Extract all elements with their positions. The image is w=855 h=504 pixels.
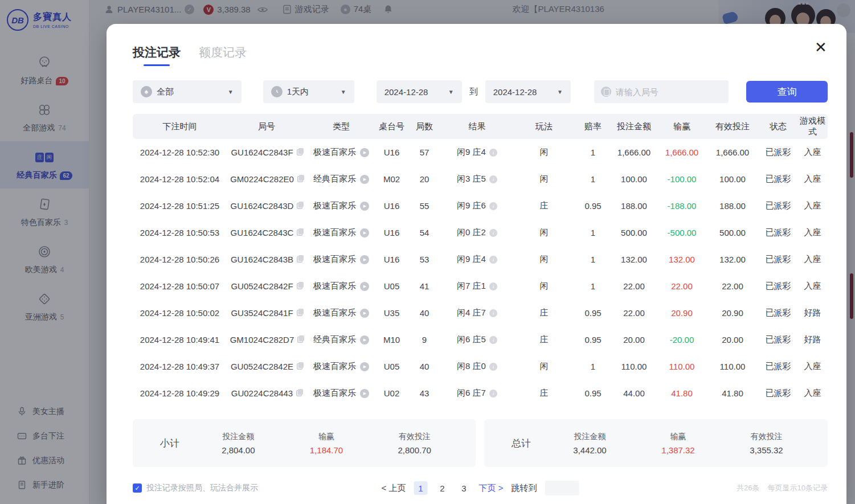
cell-rounds: 9	[407, 335, 441, 345]
result-text: 闲6 庄5	[457, 334, 486, 345]
cell-status: 已派彩	[759, 147, 797, 158]
play-icon[interactable]: ▶	[360, 335, 369, 345]
cell-status: 已派彩	[759, 200, 797, 211]
cell-bet-time: 2024-12-28 10:49:29	[133, 388, 227, 398]
play-icon[interactable]: ▶	[360, 309, 369, 318]
col-play: 玩法	[513, 121, 575, 132]
cell-odds: 1	[575, 362, 611, 371]
cell-play: 闲	[513, 147, 575, 158]
copy-icon[interactable]	[296, 390, 302, 396]
cell-type: 经典百家乐▶	[306, 334, 376, 345]
copy-icon[interactable]	[297, 176, 303, 182]
cell-status: 已派彩	[759, 254, 797, 265]
result-text: 闲9 庄4	[457, 147, 486, 158]
cell-status: 已派彩	[759, 334, 797, 345]
cell-mode: 入座	[797, 147, 828, 158]
next-page-button[interactable]: 下页 >	[479, 483, 504, 494]
date-to-value: 2024-12-28	[493, 87, 537, 97]
date-to-select[interactable]: 2024-12-28 ▼	[485, 80, 571, 103]
jump-page-input[interactable]	[545, 481, 579, 495]
category-value: 全部	[157, 87, 174, 97]
cell-odds: 0.95	[575, 335, 611, 345]
round-search-box	[594, 80, 729, 103]
copy-icon[interactable]	[297, 230, 302, 236]
cell-round-id: GU1624C2843B	[227, 255, 306, 264]
page-1-button[interactable]: 1	[414, 481, 428, 495]
cell-mode: 入座	[797, 361, 828, 372]
subtotal-amount-value: 2,804.00	[222, 445, 255, 455]
query-button[interactable]: 查询	[746, 81, 828, 103]
copy-icon[interactable]	[297, 203, 302, 209]
cell-play: 闲	[513, 361, 575, 372]
category-select[interactable]: ♠ 全部 ▼	[133, 80, 242, 103]
copy-icon[interactable]	[297, 337, 303, 343]
info-icon[interactable]: i	[489, 149, 497, 157]
copy-icon[interactable]	[297, 149, 302, 155]
cell-play: 闲	[513, 254, 575, 265]
cell-rounds: 57	[407, 147, 441, 157]
result-text: 闲4 庄7	[457, 308, 486, 318]
play-icon[interactable]: ▶	[360, 175, 369, 184]
info-icon[interactable]: i	[489, 309, 497, 317]
tab-bet-records[interactable]: 投注记录	[133, 44, 181, 66]
table-header: 下注时间 局号 类型 桌台号 局数 结果 玩法 赔率 投注金额 输赢 有效投注 …	[133, 114, 828, 139]
cell-valid: 110.00	[706, 362, 759, 371]
page-3-button[interactable]: 3	[457, 481, 471, 495]
table-row: 2024-12-28 10:50:53 GU1624C2843C 极速百家乐▶ …	[133, 219, 828, 246]
merge-toggle[interactable]: ✓ 投注记录按照局、玩法合并展示	[133, 483, 258, 493]
table-row: 2024-12-28 10:52:30 GU1624C2843F 极速百家乐▶ …	[133, 139, 828, 166]
round-search-input[interactable]	[616, 87, 722, 97]
cell-status: 已派彩	[759, 227, 797, 238]
play-icon[interactable]: ▶	[360, 362, 369, 371]
info-icon[interactable]: i	[489, 202, 497, 210]
play-icon[interactable]: ▶	[360, 282, 369, 291]
close-icon[interactable]: ✕	[812, 39, 829, 56]
play-icon[interactable]: ▶	[360, 148, 369, 157]
play-icon[interactable]: ▶	[360, 228, 369, 237]
cell-type: 极速百家乐▶	[306, 254, 376, 265]
chevron-down-icon: ▼	[228, 89, 234, 95]
info-icon[interactable]: i	[489, 256, 497, 264]
info-icon[interactable]: i	[489, 229, 497, 237]
cell-type: 极速百家乐▶	[306, 361, 376, 372]
col-bet-time: 下注时间	[133, 121, 227, 132]
info-icon[interactable]: i	[489, 175, 497, 183]
info-icon[interactable]: i	[489, 390, 497, 398]
prev-page-button[interactable]: < 上页	[382, 483, 406, 494]
page-2-button[interactable]: 2	[436, 481, 449, 495]
subtotal-winloss-group: 输赢 1,184.70	[310, 432, 343, 455]
copy-icon[interactable]	[297, 256, 302, 263]
info-icon[interactable]: i	[489, 282, 497, 290]
modal-tabs: 投注记录 额度记录	[133, 24, 828, 66]
copy-icon[interactable]	[297, 283, 302, 289]
date-from-select[interactable]: 2024-12-28 ▼	[377, 80, 462, 103]
cell-type: 极速百家乐▶	[306, 281, 376, 292]
table-row: 2024-12-28 10:51:25 GU1624C2843D 极速百家乐▶ …	[133, 192, 828, 219]
clock-icon	[271, 86, 283, 97]
merge-checkbox[interactable]: ✓	[133, 483, 142, 493]
tab-quota-records[interactable]: 额度记录	[199, 44, 247, 66]
copy-icon[interactable]	[297, 363, 302, 370]
type-text: 极速百家乐	[313, 200, 356, 211]
cell-odds: 1	[575, 281, 611, 291]
result-text: 闲6 庄7	[457, 388, 486, 399]
type-text: 极速百家乐	[313, 227, 356, 238]
play-icon[interactable]: ▶	[360, 202, 369, 211]
cell-bet-time: 2024-12-28 10:52:04	[133, 174, 227, 184]
play-icon[interactable]: ▶	[360, 255, 369, 264]
info-icon[interactable]: i	[489, 336, 497, 344]
cell-result: 闲8 庄0i	[441, 361, 513, 372]
summary-row: 小计 投注金额 2,804.00 输赢 1,184.70 有效投注 2,800.…	[133, 419, 828, 467]
period-select[interactable]: 1天内 ▼	[263, 80, 354, 103]
cell-rounds: 54	[407, 228, 441, 237]
cell-amount: 22.00	[611, 281, 657, 291]
cell-valid: 20.00	[706, 335, 759, 345]
cell-play: 庄	[513, 200, 575, 211]
play-icon[interactable]: ▶	[360, 389, 369, 398]
date-from-value: 2024-12-28	[384, 87, 428, 97]
info-icon[interactable]: i	[489, 363, 497, 371]
copy-icon[interactable]	[297, 310, 302, 316]
col-table: 桌台号	[376, 121, 407, 132]
cell-status: 已派彩	[759, 174, 797, 185]
cell-mode: 入座	[797, 174, 828, 185]
